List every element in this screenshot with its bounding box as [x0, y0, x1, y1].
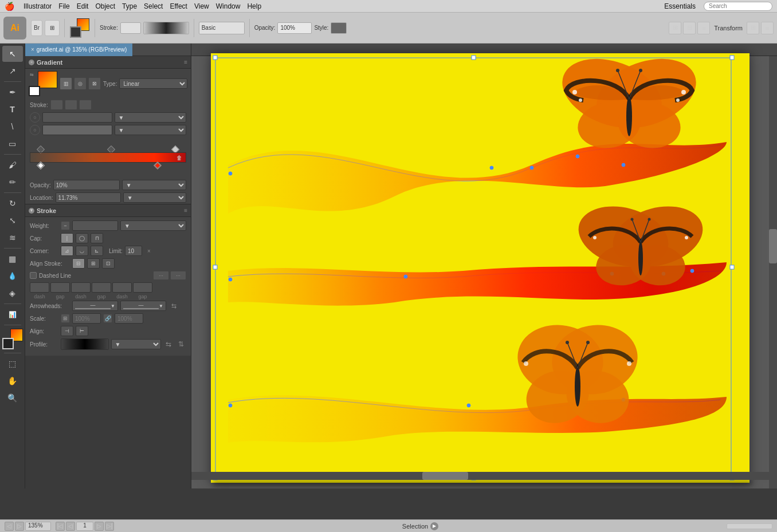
align-outside-button[interactable]: ⊡ — [102, 258, 115, 269]
rectangle-tool-button[interactable]: ▭ — [2, 136, 23, 152]
direct-selection-tool-button[interactable]: ↗ — [2, 63, 23, 79]
round-cap-button[interactable]: ◯ — [76, 233, 88, 243]
dash-field-3[interactable] — [112, 282, 132, 293]
menu-help[interactable]: Help — [247, 2, 261, 10]
gradient-panel-close[interactable]: × — [29, 60, 34, 65]
gap-field-2[interactable] — [92, 282, 111, 293]
type-tool-button[interactable]: T — [2, 101, 23, 117]
menu-edit[interactable]: Edit — [77, 2, 89, 10]
menu-select[interactable]: Select — [144, 2, 163, 10]
zoom-field[interactable]: 135% — [25, 522, 51, 531]
gradient-angle-dial[interactable]: ○ — [30, 112, 40, 123]
toolbar-toggle-button[interactable]: ⊞ — [45, 20, 60, 36]
gradient-stroke-swatch[interactable] — [29, 86, 40, 96]
gap-field-1[interactable] — [50, 282, 70, 293]
align-end-2[interactable]: ⊢ — [76, 326, 88, 336]
blend-tool-button[interactable]: ◈ — [2, 285, 23, 301]
menu-effect[interactable]: Effect — [170, 2, 187, 10]
dash-field-1[interactable] — [30, 282, 49, 293]
menu-view[interactable]: View — [194, 2, 209, 10]
line-tool-button[interactable]: \ — [2, 119, 23, 135]
dashed-checkbox[interactable] — [30, 272, 37, 279]
warp-tool-button[interactable]: ≋ — [2, 230, 23, 246]
scale-link-icon[interactable]: 🔗 — [103, 314, 112, 323]
page-number-field[interactable]: 1 — [76, 522, 93, 531]
vertical-scrollbar[interactable] — [769, 56, 777, 488]
color-stop-left[interactable] — [37, 161, 45, 170]
linear-gradient-icon[interactable]: ▥ — [60, 77, 72, 90]
page-first-button[interactable]: |◁ — [56, 522, 65, 531]
gradient-middle-slider[interactable] — [42, 125, 112, 135]
style-swatch[interactable] — [331, 22, 347, 34]
radial-gradient-icon[interactable]: ◎ — [74, 77, 87, 90]
scale-lock-icon[interactable]: ⊞ — [61, 314, 70, 323]
menubar-search-input[interactable] — [704, 2, 772, 11]
horizontal-scrollbar[interactable] — [191, 472, 769, 480]
miter-corner-button[interactable]: ⊿ — [61, 246, 73, 256]
zoom-tool-button[interactable]: 🔍 — [2, 390, 23, 406]
weight-stepper-down[interactable]: − — [61, 221, 70, 230]
artboard-tool-button[interactable]: ⬚ — [2, 356, 23, 372]
page-prev-button[interactable]: ◁ — [66, 522, 75, 531]
scale-input-2[interactable]: 100% — [115, 313, 143, 324]
dash-field-2[interactable] — [71, 282, 91, 293]
menu-file[interactable]: File — [58, 2, 69, 10]
zoom-prev-button[interactable]: ◁ — [5, 522, 14, 531]
apple-menu[interactable]: 🍎 — [5, 2, 14, 11]
canvas-area[interactable] — [191, 44, 777, 488]
align-center-button[interactable]: ⊟ — [72, 258, 85, 269]
location-input[interactable]: 11.73% — [56, 192, 121, 203]
bevel-corner-button[interactable]: ⊾ — [91, 246, 103, 256]
menu-illustrator[interactable]: Illustrator — [23, 2, 52, 10]
hand-tool-button[interactable]: ✋ — [2, 373, 23, 389]
freeform-gradient-icon[interactable]: ⊠ — [88, 77, 101, 90]
gradient-angle-select[interactable]: ▼ — [115, 112, 187, 123]
scale-tool-button[interactable]: ⤡ — [2, 212, 23, 228]
status-scroll-indicator[interactable] — [727, 523, 772, 529]
basic-select[interactable]: Basic — [199, 22, 245, 34]
distribute-icon[interactable]: ⊟ — [683, 22, 696, 34]
gradient-bar-delete-icon[interactable]: 🗑 — [175, 153, 183, 161]
zoom-next-button[interactable]: ▷ — [15, 522, 24, 531]
align-end-1[interactable]: ⊣ — [61, 326, 73, 336]
gradient-angle-input[interactable] — [42, 112, 112, 123]
panel-options-icon[interactable]: ⊞ — [747, 22, 759, 34]
align-inside-button[interactable]: ⊞ — [87, 258, 100, 269]
page-next-button[interactable]: ▷ — [95, 522, 104, 531]
menu-type[interactable]: Type — [122, 2, 137, 10]
weight-unit-select[interactable]: ▼ — [120, 220, 186, 231]
gradient-reverse-dial[interactable]: ○ — [30, 125, 40, 135]
pen-tool-button[interactable]: ✒ — [2, 84, 23, 100]
round-corner-button[interactable]: ◡ — [76, 246, 88, 256]
dash-opt-2[interactable]: ⋯ — [170, 271, 186, 280]
arrowhead-end-select[interactable]: — ▼ — [120, 301, 166, 311]
stroke-color-swatch[interactable] — [70, 26, 81, 38]
stroke-style-display[interactable] — [143, 22, 189, 34]
stroke-panel-collapse[interactable]: ▼ — [29, 208, 34, 214]
stroke-icon-1[interactable] — [50, 100, 63, 110]
document-tab-active[interactable]: × gradient.ai @ 135% (RGB/Preview) — [25, 44, 132, 56]
limit-input[interactable]: 10 — [125, 246, 142, 256]
vertical-scrollbar-thumb[interactable] — [769, 229, 777, 263]
weight-input[interactable] — [72, 220, 118, 231]
stroke-swatch-tool[interactable] — [2, 338, 14, 349]
gradient-color-bar[interactable]: 🗑 — [30, 152, 186, 163]
color-stop-right-active[interactable] — [154, 161, 162, 170]
arrowhead-swap-icon[interactable]: ⇆ — [168, 301, 179, 311]
profile-reverse-icon[interactable]: ⇆ — [163, 339, 174, 349]
gradient-swap-icon[interactable]: ⇆ — [30, 72, 34, 77]
rotate-tool-button[interactable]: ↻ — [2, 195, 23, 211]
dash-opt-1[interactable]: ⋯ — [153, 271, 169, 280]
opacity-field[interactable]: 100% — [277, 22, 312, 34]
bridge-button[interactable]: Br — [31, 20, 42, 36]
eyedropper-tool-button[interactable]: 💧 — [2, 268, 23, 284]
butt-cap-button[interactable]: | — [61, 233, 73, 243]
selection-tool-button[interactable]: ↖ — [2, 46, 23, 62]
opacity-select[interactable]: ▼ — [122, 180, 186, 190]
type-select[interactable]: Linear — [119, 78, 187, 89]
profile-select[interactable] — [61, 338, 109, 350]
gradient-middle-select[interactable]: ▼ — [115, 125, 187, 135]
menu-window[interactable]: Window — [216, 2, 241, 10]
profile-dropdown[interactable]: ▼ — [111, 339, 162, 349]
profile-flip-icon[interactable]: ⇅ — [176, 339, 186, 349]
